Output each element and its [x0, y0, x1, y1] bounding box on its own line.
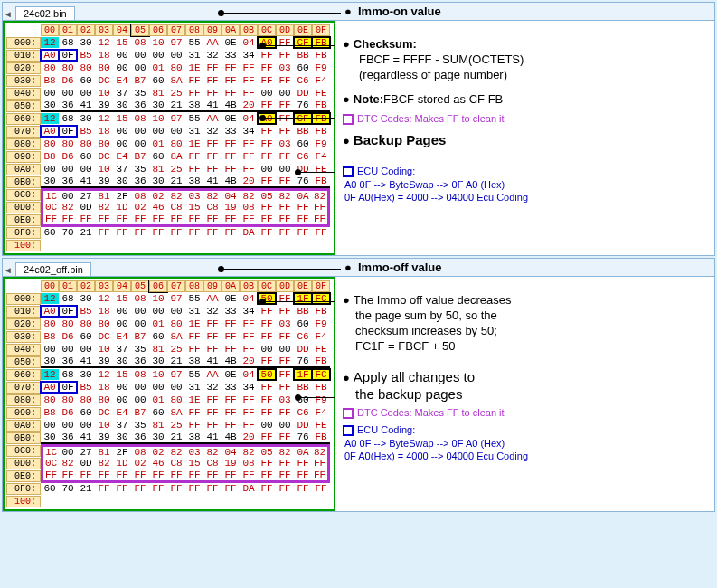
hex-byte[interactable]: FF: [222, 407, 240, 418]
hex-byte[interactable]: FF: [240, 344, 258, 355]
hex-byte[interactable]: 18: [95, 306, 113, 317]
hex-byte[interactable]: 08: [131, 188, 149, 202]
hex-byte[interactable]: 76: [294, 356, 312, 368]
tab-scroll-left-icon[interactable]: ◄: [3, 266, 14, 276]
hex-byte[interactable]: 20: [240, 100, 258, 112]
hex-byte[interactable]: 00: [167, 50, 185, 61]
hex-byte[interactable]: 41: [77, 175, 95, 188]
hex-byte[interactable]: FF: [222, 344, 240, 355]
hex-byte[interactable]: 70: [59, 483, 77, 494]
hex-byte[interactable]: 02: [131, 458, 149, 469]
hex-byte[interactable]: 10: [149, 369, 167, 380]
hex-byte[interactable]: 97: [167, 113, 185, 124]
hex-byte[interactable]: 01: [149, 62, 167, 73]
hex-byte[interactable]: DA: [240, 483, 258, 494]
hex-byte[interactable]: 12: [41, 369, 59, 380]
hex-byte[interactable]: FF: [95, 213, 113, 227]
hex-byte[interactable]: D6: [59, 407, 77, 418]
hex-byte[interactable]: FB: [312, 113, 330, 124]
hex-byte[interactable]: FB: [312, 37, 330, 48]
hex-byte[interactable]: FF: [276, 113, 294, 124]
hex-byte[interactable]: FF: [240, 151, 258, 162]
hex-byte[interactable]: FF: [276, 227, 294, 238]
hex-byte[interactable]: 0A: [294, 444, 312, 458]
hex-byte[interactable]: 80: [77, 62, 95, 73]
hex-byte[interactable]: 81: [149, 88, 167, 99]
hex-byte[interactable]: FF: [77, 469, 95, 483]
hex-byte[interactable]: 12: [41, 293, 59, 304]
hex-byte[interactable]: 30: [41, 175, 59, 188]
hex-byte[interactable]: 00: [59, 344, 77, 355]
hex-byte[interactable]: 82: [276, 188, 294, 202]
hex-byte[interactable]: 36: [131, 100, 149, 112]
hex-byte[interactable]: 82: [312, 444, 330, 458]
hex-byte[interactable]: FF: [276, 469, 294, 483]
hex-byte[interactable]: 20: [240, 175, 258, 188]
hex-byte[interactable]: 41: [77, 356, 95, 368]
hex-byte[interactable]: 38: [185, 175, 203, 188]
hex-byte[interactable]: 41: [203, 356, 222, 368]
hex-byte[interactable]: AA: [203, 369, 222, 380]
hex-byte[interactable]: 15: [185, 202, 203, 213]
hex-byte[interactable]: 00: [77, 344, 95, 355]
hex-byte[interactable]: 00: [149, 50, 167, 61]
hex-byte[interactable]: B8: [41, 75, 59, 86]
hex-byte[interactable]: 36: [59, 100, 77, 112]
hex-byte[interactable]: 00: [113, 126, 131, 137]
hex-byte[interactable]: FF: [312, 202, 330, 213]
hex-byte[interactable]: 80: [59, 138, 77, 149]
hex-byte[interactable]: 08: [131, 444, 149, 458]
hex-byte[interactable]: 8A: [167, 75, 185, 86]
hex-byte[interactable]: F9: [312, 318, 330, 329]
hex-byte[interactable]: 30: [41, 356, 59, 368]
hex-byte[interactable]: FF: [167, 213, 185, 227]
hex-byte[interactable]: 38: [185, 356, 203, 368]
hex-byte[interactable]: 39: [95, 100, 113, 112]
hex-byte[interactable]: 80: [95, 394, 113, 405]
hex-byte[interactable]: 36: [59, 356, 77, 368]
hex-byte[interactable]: FF: [203, 75, 222, 86]
hex-byte[interactable]: 81: [95, 188, 113, 202]
hex-byte[interactable]: FF: [258, 318, 276, 329]
hex-byte[interactable]: E4: [113, 407, 131, 418]
hex-byte[interactable]: FF: [276, 356, 294, 368]
hex-byte[interactable]: 41: [203, 100, 222, 112]
hex-byte[interactable]: BB: [294, 50, 312, 61]
hex-byte[interactable]: FF: [258, 62, 276, 73]
hex-byte[interactable]: FF: [222, 138, 240, 149]
hex-byte[interactable]: FF: [131, 213, 149, 227]
hex-byte[interactable]: 60: [294, 138, 312, 149]
hex-byte[interactable]: FF: [258, 356, 276, 368]
hex-byte[interactable]: FF: [258, 126, 276, 137]
hex-byte[interactable]: FF: [240, 420, 258, 431]
hex-byte[interactable]: FF: [258, 306, 276, 317]
hex-byte[interactable]: 60: [149, 151, 167, 162]
hex-byte[interactable]: 60: [77, 331, 95, 342]
hex-byte[interactable]: 12: [95, 293, 113, 304]
hex-byte[interactable]: 30: [77, 37, 95, 48]
hex-byte[interactable]: FF: [276, 202, 294, 213]
hex-byte[interactable]: DC: [95, 407, 113, 418]
hex-byte[interactable]: 00: [131, 50, 149, 61]
hex-byte[interactable]: 34: [240, 306, 258, 317]
hex-byte[interactable]: 1C: [41, 444, 59, 458]
hex-byte[interactable]: 60: [41, 227, 59, 238]
hex-byte[interactable]: 18: [95, 382, 113, 393]
hex-byte[interactable]: FF: [276, 331, 294, 342]
hex-byte[interactable]: 02: [149, 188, 167, 202]
hex-byte[interactable]: FE: [312, 420, 330, 431]
hex-byte[interactable]: 0F: [59, 126, 77, 137]
hex-byte[interactable]: 00: [77, 420, 95, 431]
hex-byte[interactable]: 82: [95, 202, 113, 213]
hex-byte[interactable]: 32: [203, 382, 222, 393]
hex-byte[interactable]: 30: [77, 113, 95, 124]
hex-byte[interactable]: FF: [276, 483, 294, 494]
hex-byte[interactable]: 12: [95, 369, 113, 380]
hex-byte[interactable]: 27: [77, 444, 95, 458]
hex-byte[interactable]: FB: [312, 50, 330, 61]
hex-byte[interactable]: 01: [149, 318, 167, 329]
hex-byte[interactable]: FF: [113, 469, 131, 483]
hex-byte[interactable]: FF: [294, 483, 312, 494]
hex-byte[interactable]: FF: [312, 469, 330, 483]
hex-byte[interactable]: FF: [222, 483, 240, 494]
